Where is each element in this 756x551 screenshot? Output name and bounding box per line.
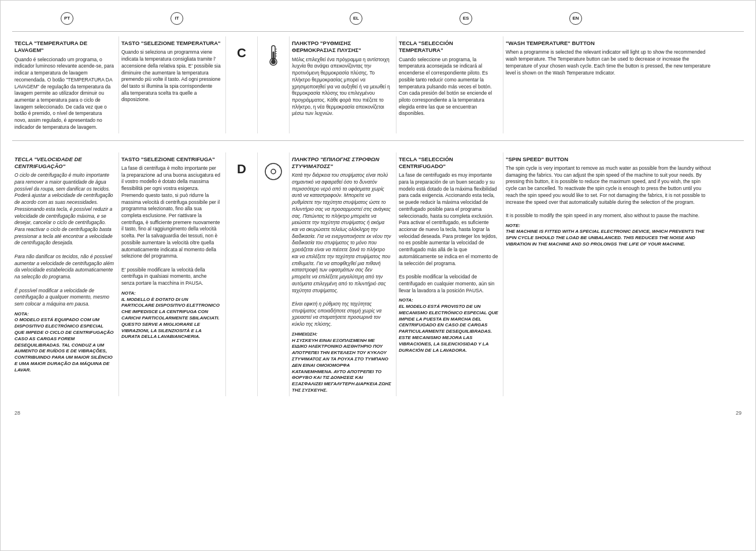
- col-icon-thermometer: [258, 36, 290, 133]
- es-spin-note: NOTA:EL MODELO ESTÁ PROVISTO DE UN MECAN…: [399, 297, 498, 353]
- el-temp-body: Μόλις επιλεχθεί ένα πρόγραμμα η αντίστοι…: [292, 57, 391, 117]
- letter-d-icon: D: [237, 162, 246, 177]
- col-en-spin: "SPIN SPEED" BUTTON The spin cycle is ve…: [503, 152, 717, 396]
- lang-badge-el: EL: [350, 12, 362, 25]
- en-temp-body: When a programme is selected the relevan…: [506, 49, 713, 76]
- it-spin-title: TASTO "SELEZIONE CENTRIFUGA": [121, 156, 221, 163]
- letter-c-icon: C: [237, 46, 246, 61]
- header-col-icon1: [232, 11, 266, 28]
- header-col-en: EN: [521, 11, 631, 28]
- it-temp-body: Quando si seleziona un programma viene i…: [121, 49, 221, 103]
- header-col-pt: PT: [12, 11, 122, 28]
- page-number-left: 28: [14, 410, 20, 416]
- col-es-temp: TECLA "SELECCIÓN TEMPERATURA" Cuando sel…: [396, 36, 503, 133]
- col-icon-d: D: [226, 152, 258, 396]
- col-it-spin: TASTO "SELEZIONE CENTRIFUGA" La fase di …: [119, 152, 226, 396]
- svg-point-8: [265, 163, 281, 180]
- lang-badge-es: ES: [459, 12, 472, 25]
- es-spin-title: TECLA "SELECCIÓN CENTRIFUGADO": [399, 156, 498, 170]
- thermometer-icon: [262, 44, 284, 66]
- header-col-el: EL: [301, 11, 411, 28]
- en-spin-title: "SPIN SPEED" BUTTON: [506, 156, 713, 163]
- es-temp-body: Cuando seleccione un programa, la temper…: [399, 57, 498, 117]
- lang-badge-pt: PT: [61, 12, 73, 25]
- section-spin: TECLA "VELOCIDADE DE CENTRIFUGAÇÃO" O ci…: [12, 148, 744, 403]
- page-numbers: 28 29: [12, 410, 744, 416]
- el-spin-body: Κατά την διάρκεια του στυψίματος είναι π…: [292, 172, 391, 328]
- en-spin-note: NOTE:THE MACHINE IS FITTED WITH A SPECIA…: [506, 223, 713, 248]
- language-header-row: PT IT EL ES EN: [12, 11, 744, 28]
- pt-spin-body: O ciclo de centrifugação é muito importa…: [14, 172, 114, 307]
- pt-temp-title: TECLA "TEMPERATURA DE LAVAGEM": [14, 40, 114, 54]
- pt-temp-body: Quando é seleccionado um programa, o ind…: [14, 57, 114, 131]
- col-pt-temp: TECLA "TEMPERATURA DE LAVAGEM" Quando é …: [12, 36, 119, 133]
- section-temperature: TECLA "TEMPERATURA DE LAVAGEM" Quando é …: [12, 31, 744, 141]
- en-temp-title: "WASH TEMPERATURE" BUTTON: [506, 40, 713, 47]
- header-col-es: ES: [411, 11, 521, 28]
- col-el-temp: ΠΛΗΚΤΡΟ "ΡΥΘΜΙΣΗΣ ΘΕΡΜΟΚΡΑΣΙΑΣ ΠΛΥΣΗΣ" Μ…: [290, 36, 396, 133]
- header-col-extra: [631, 11, 740, 28]
- col-el-spin: ΠΛΗΚΤΡΟ "ΕΠΙΛΟΓΗΣ ΣΤΡΟΦΩΝ ΣΤΥΨΙΜΑΤΟΣΣ" Κ…: [290, 152, 396, 396]
- svg-point-3: [271, 59, 276, 64]
- spin-icon: [262, 161, 284, 183]
- svg-point-9: [271, 169, 276, 174]
- col-pt-spin: TECLA "VELOCIDADE DE CENTRIFUGAÇÃO" O ci…: [12, 152, 119, 396]
- page: PT IT EL ES EN TECLA "TEMPERATURA DE LAV…: [0, 0, 756, 551]
- lang-badge-it: IT: [171, 12, 183, 25]
- el-spin-title: ΠΛΗΚΤΡΟ "ΕΠΙΛΟΓΗΣ ΣΤΡΟΦΩΝ ΣΤΥΨΙΜΑΤΟΣΣ": [292, 156, 391, 170]
- en-spin-body: The spin cycle is very important to remo…: [506, 165, 713, 219]
- es-spin-body: La fase de centrifugado es muy important…: [399, 172, 498, 294]
- pt-spin-title: TECLA "VELOCIDADE DE CENTRIFUGAÇÃO": [14, 156, 114, 170]
- col-icon-spin: [258, 152, 290, 396]
- svg-rect-2: [273, 51, 275, 59]
- pt-spin-note: NOTA:O MODELO ESTÁ EQUIPADO COM UM DISPO…: [14, 311, 114, 374]
- it-temp-title: TASTO "SELEZIONE TEMPERATURA": [121, 40, 221, 47]
- col-es-spin: TECLA "SELECCIÓN CENTRIFUGADO" La fase d…: [396, 152, 503, 396]
- lang-badge-en: EN: [569, 12, 582, 25]
- col-icon-c: C: [226, 36, 258, 133]
- es-temp-title: TECLA "SELECCIÓN TEMPERATURA": [399, 40, 498, 54]
- header-col-icon2: [266, 11, 301, 28]
- it-spin-note: NOTA:IL MODELLO È DOTATO DI UN PARTICOLA…: [121, 291, 221, 340]
- el-spin-note: ΣΗΜΕΙΩΣΗ:Η ΣΥΣΚΕΥΗ ΕΙΝΑΙ ΕΞΟΠΛΙΣΜΕΝΗ ΜΕ …: [292, 332, 391, 394]
- col-en-temp: "WASH TEMPERATURE" BUTTON When a program…: [503, 36, 717, 133]
- page-number-right: 29: [736, 410, 742, 416]
- el-temp-title: ΠΛΗΚΤΡΟ "ΡΥΘΜΙΣΗΣ ΘΕΡΜΟΚΡΑΣΙΑΣ ΠΛΥΣΗΣ": [292, 40, 391, 54]
- header-col-it: IT: [122, 11, 232, 28]
- it-spin-body: La fase di centrifuga è molto importante…: [121, 165, 221, 287]
- col-it-temp: TASTO "SELEZIONE TEMPERATURA" Quando si …: [119, 36, 226, 133]
